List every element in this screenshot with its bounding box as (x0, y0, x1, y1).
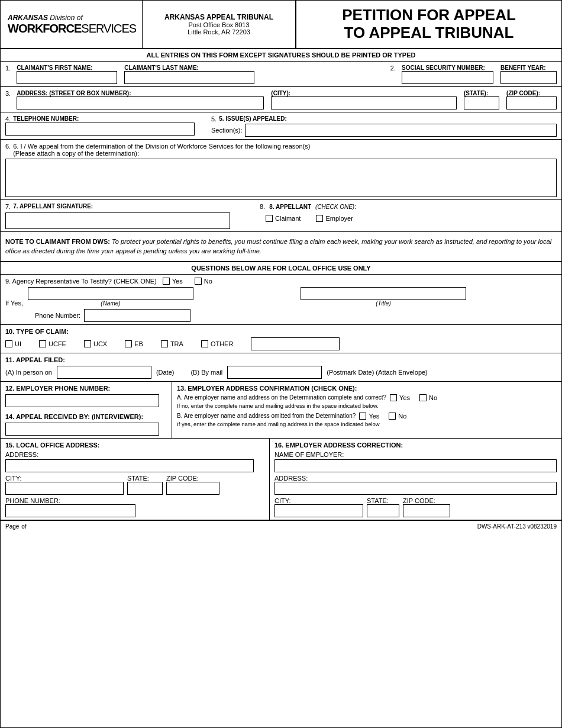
other-label: OTHER (211, 340, 234, 347)
rep-title-input[interactable] (301, 287, 466, 300)
local-city-input[interactable] (5, 482, 124, 495)
q9-no-checkbox[interactable] (195, 278, 202, 285)
ucx-item: UCX (84, 340, 107, 347)
q9-no-label: No (204, 278, 212, 285)
local-phone-input[interactable] (5, 504, 135, 517)
other-item: OTHER (201, 340, 234, 347)
other-checkbox[interactable] (201, 340, 208, 347)
ucfe-item: UCFE (39, 340, 66, 347)
q13a-yes-checkbox[interactable] (390, 394, 397, 401)
note-bold: NOTE TO CLAIMANT FROM DWS: (5, 238, 110, 245)
notice-bar: ALL ENTRIES ON THIS FORM EXCEPT SIGNATUR… (1, 49, 561, 62)
telephone-input[interactable] (5, 123, 195, 136)
rep-phone-input[interactable] (84, 309, 190, 322)
ucx-checkbox[interactable] (84, 340, 91, 347)
appeal-reason-label: 6. I / We appeal from the determination … (13, 143, 310, 150)
q9-yes-label: Yes (172, 278, 183, 285)
phone-label2: PHONE NUMBER: (5, 497, 264, 504)
local-office-header-text: QUESTIONS BELOW ARE FOR LOCAL OFFICE USE… (191, 265, 370, 272)
claimant-checkbox-item: Claimant (266, 215, 301, 222)
q13-label: 13. EMPLOYER ADDRESS CONFIRMATION (CHECK… (177, 385, 557, 392)
in-person-label: (A) In person on (5, 369, 52, 376)
address-input[interactable] (17, 96, 264, 109)
state-input[interactable] (464, 96, 499, 109)
rep-name-input[interactable] (28, 287, 193, 300)
arkansas-label: ARKANSAS (8, 14, 48, 22)
q13b-no-item: No (389, 413, 406, 420)
workforce-label: WORKFORCE (8, 22, 81, 35)
claimant-checkbox[interactable] (266, 215, 273, 222)
zip-input[interactable] (506, 96, 557, 109)
other-text-input[interactable] (251, 337, 340, 350)
in-person-date-input[interactable] (57, 366, 151, 379)
local-address-input[interactable] (5, 459, 254, 472)
employer-address-input[interactable] (274, 482, 557, 495)
employer-phone-input[interactable] (5, 394, 159, 407)
sections-input[interactable] (245, 124, 557, 137)
appeal-reason-sublabel: (Please attach a copy of the determinati… (13, 150, 139, 157)
form-page: ARKANSAS Division of WORKFORCESERVICES A… (0, 0, 562, 728)
employer-checkbox[interactable] (316, 215, 323, 222)
interviewer-input[interactable] (5, 423, 159, 436)
ucfe-checkbox[interactable] (39, 340, 46, 347)
q13a-no-checkbox[interactable] (419, 394, 427, 401)
services-label: SERVICES (81, 22, 136, 35)
q7-number: 7. (5, 203, 11, 210)
benefit-year-input[interactable] (500, 71, 557, 84)
q13b-yes-checkbox[interactable] (359, 413, 366, 420)
zip-label2: ZIP CODE: (166, 475, 219, 482)
petition-title: PETITION FOR APPEAL TO APPEAL TRIBUNAL (342, 7, 516, 42)
q13b-no-checkbox[interactable] (389, 413, 396, 420)
city-label: (CITY): (271, 90, 457, 96)
address-label2: ADDRESS: (5, 451, 264, 458)
po-box: Post Office Box 8013 (150, 21, 288, 28)
local-zip-input[interactable] (166, 482, 219, 495)
eb-label: EB (134, 340, 143, 347)
state-label: (STATE): (464, 90, 499, 96)
employer-name-input[interactable] (274, 459, 557, 472)
appellant-sig-input[interactable] (5, 212, 230, 229)
city-label3: CITY: (274, 497, 363, 504)
local-state-input[interactable] (127, 482, 163, 495)
first-name-label: CLAIMANT'S FIRST NAME: (17, 65, 117, 71)
ui-checkbox[interactable] (5, 340, 12, 347)
employer-checkbox-item: Employer (316, 215, 353, 222)
q12-label: 12. EMPLOYER PHONE NUMBER: (5, 385, 167, 392)
q13a-yes-label: Yes (399, 394, 410, 401)
q13b-no-label: No (398, 413, 406, 420)
last-name-input[interactable] (124, 71, 254, 84)
note-paragraph: NOTE TO CLAIMANT FROM DWS: To protect yo… (5, 237, 557, 256)
form-footer: Page of DWS-ARK-AT-213 v08232019 (1, 520, 561, 532)
agency-logo: ARKANSAS Division of WORKFORCESERVICES (1, 1, 143, 48)
form-number: DWS-ARK-AT-213 v08232019 (477, 523, 557, 530)
by-mail-label: (B) By mail (190, 369, 222, 376)
telephone-label: TELEPHONE NUMBER: (13, 115, 79, 122)
by-mail-date-input[interactable] (227, 366, 322, 379)
q6-number: 6. (5, 143, 11, 157)
last-name-label: CLAIMANT'S LAST NAME: (124, 65, 254, 71)
city-input[interactable] (271, 96, 457, 109)
zip-label: (ZIP CODE): (506, 90, 557, 96)
q11-label: 11. APPEAL FILED: (5, 356, 557, 363)
q13a-text: A. Are employer name and address on the … (177, 394, 386, 401)
sections-label: Section(s): (211, 127, 243, 134)
employer-state-input[interactable] (367, 504, 399, 517)
local-office-header: QUESTIONS BELOW ARE FOR LOCAL OFFICE USE… (1, 262, 561, 275)
appeal-reason-input[interactable] (5, 159, 557, 197)
tra-checkbox[interactable] (161, 340, 168, 347)
appellant-check-label: 8. APPELLANT (269, 204, 311, 210)
employer-zip-input[interactable] (403, 504, 450, 517)
city-state-zip: Little Rock, AR 72203 (150, 28, 288, 36)
first-name-input[interactable] (17, 71, 117, 84)
appellant-sig-label: 7. APPELLANT SIGNATURE: (13, 203, 93, 210)
division-label: Division of (50, 14, 82, 22)
q9-yes-checkbox[interactable] (163, 278, 170, 285)
q15-label: 15. LOCAL OFFICE ADDRESS: (5, 442, 264, 449)
q13a-no-item: No (419, 394, 437, 401)
employer-city-input[interactable] (274, 504, 363, 517)
ssn-input[interactable] (402, 71, 493, 84)
eb-checkbox[interactable] (125, 340, 132, 347)
ssn-label: SOCIAL SECURITY NUMBER: (402, 65, 493, 71)
ui-item: UI (5, 340, 21, 347)
ui-label: UI (15, 340, 21, 347)
